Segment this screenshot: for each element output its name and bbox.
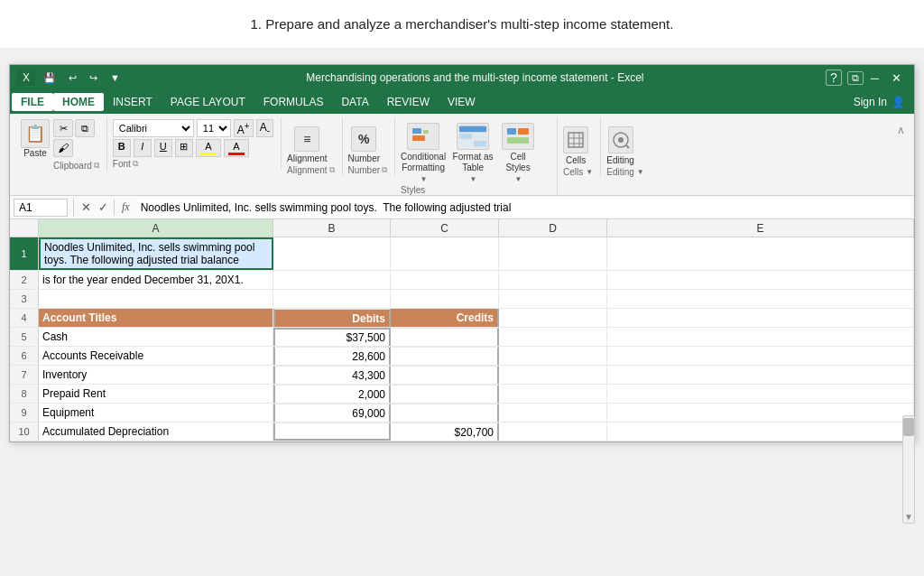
menu-insert[interactable]: INSERT (104, 93, 162, 111)
cell-c10[interactable]: $20,700 (391, 423, 499, 441)
minimize-button[interactable]: ─ (865, 71, 884, 85)
font-name-selector[interactable]: Calibri (113, 119, 194, 137)
sign-in[interactable]: Sign In 👤 (854, 96, 914, 108)
cell-c5[interactable] (391, 328, 499, 346)
col-header-e[interactable]: E (607, 219, 914, 237)
cell-a6[interactable]: Accounts Receivable (39, 347, 273, 365)
copy-button[interactable]: ⧉ (75, 119, 95, 137)
number-button[interactable]: % Number (348, 126, 381, 163)
cell-b3[interactable] (273, 290, 391, 308)
cell-d9[interactable] (499, 404, 607, 422)
formula-input[interactable] (137, 199, 910, 217)
cell-b1[interactable] (273, 237, 391, 270)
cell-reference-box[interactable]: A1 (14, 199, 68, 217)
menu-review[interactable]: REVIEW (378, 93, 439, 111)
cancel-formula-icon[interactable]: ✕ (79, 200, 93, 214)
menu-view[interactable]: VIEW (439, 93, 485, 111)
font-grow-button[interactable]: A+ (234, 119, 254, 137)
cell-a10[interactable]: Accumulated Depreciation (39, 423, 273, 441)
redo-icon[interactable]: ↪ (85, 72, 102, 84)
col-header-d[interactable]: D (499, 219, 607, 237)
font-color-button[interactable]: A (224, 139, 249, 157)
cell-c7[interactable] (391, 366, 499, 384)
fill-color-button[interactable]: A (196, 139, 221, 157)
cell-d8[interactable] (499, 385, 607, 403)
font-shrink-button[interactable]: A- (256, 119, 273, 137)
scroll-down-arrow[interactable]: ▼ (903, 510, 914, 523)
format-as-table-button[interactable]: Format asTable ▼ (451, 123, 494, 183)
conditional-formatting-button[interactable]: ConditionalFormatting ▼ (401, 123, 446, 183)
cell-e8[interactable] (607, 385, 914, 403)
cell-styles-button[interactable]: CellStyles ▼ (500, 123, 536, 183)
menu-page-layout[interactable]: PAGE LAYOUT (162, 93, 254, 111)
borders-button[interactable]: ⊞ (175, 139, 193, 157)
cell-a2[interactable]: is for the year ended December 31, 20X1. (39, 271, 273, 289)
save-icon[interactable]: 💾 (39, 72, 60, 84)
bold-button[interactable]: B (113, 139, 131, 157)
cell-e7[interactable] (607, 366, 914, 384)
cell-b2[interactable] (273, 271, 391, 289)
cell-a8[interactable]: Prepaid Rent (39, 385, 273, 403)
number-expand-icon[interactable]: ⧉ (382, 165, 387, 175)
cell-b10[interactable] (273, 423, 391, 441)
cell-c6[interactable] (391, 347, 499, 365)
cell-c8[interactable] (391, 385, 499, 403)
cut-button[interactable]: ✂ (53, 119, 73, 137)
cell-c4[interactable]: Credits (391, 309, 499, 327)
customize-icon[interactable]: ▼ (106, 72, 125, 83)
font-expand-icon[interactable]: ⧉ (133, 159, 138, 169)
restore-button[interactable]: ⧉ (847, 71, 864, 85)
confirm-formula-icon[interactable]: ✓ (97, 200, 110, 214)
clipboard-expand-icon[interactable]: ⧉ (94, 161, 99, 171)
cell-e5[interactable] (607, 328, 914, 346)
cell-a1[interactable]: Noodles Unlimited, Inc. sells swimming p… (39, 237, 273, 270)
font-size-selector[interactable]: 11 (197, 119, 231, 137)
cell-d4[interactable] (499, 309, 607, 327)
cell-a3[interactable] (39, 290, 273, 308)
underline-button[interactable]: U (154, 139, 172, 157)
cell-c2[interactable] (391, 271, 499, 289)
alignment-button[interactable]: ≡ Alignment (287, 126, 327, 163)
cell-d5[interactable] (499, 328, 607, 346)
cell-c3[interactable] (391, 290, 499, 308)
cell-e6[interactable] (607, 347, 914, 365)
cell-b9[interactable]: 69,000 (273, 404, 391, 422)
cell-e3[interactable] (607, 290, 914, 308)
italic-button[interactable]: I (134, 139, 152, 157)
cell-e10[interactable] (607, 423, 914, 441)
cell-e2[interactable] (607, 271, 914, 289)
cell-e9[interactable] (607, 404, 914, 422)
menu-home[interactable]: HOME (53, 93, 104, 111)
cell-d1[interactable] (499, 237, 607, 270)
cell-d10[interactable] (499, 423, 607, 441)
undo-icon[interactable]: ↩ (64, 72, 81, 84)
cell-a5[interactable]: Cash (39, 328, 273, 346)
cells-button[interactable]: Cells (563, 126, 588, 165)
cell-b8[interactable]: 2,000 (273, 385, 391, 403)
cell-c9[interactable] (391, 404, 499, 422)
cell-a9[interactable]: Equipment (39, 404, 273, 422)
collapse-ribbon-button[interactable]: ∧ (893, 124, 909, 136)
alignment-expand-icon[interactable]: ⧉ (329, 165, 335, 175)
cell-a7[interactable]: Inventory (39, 366, 273, 384)
cell-e1[interactable] (607, 237, 914, 270)
col-header-a[interactable]: A (39, 219, 273, 237)
cell-b6[interactable]: 28,600 (273, 347, 391, 365)
scrollbar-vertical[interactable]: ▼ (902, 415, 915, 524)
cell-b4[interactable]: Debits (273, 309, 391, 327)
scrollbar-thumb[interactable] (903, 418, 914, 436)
editing-button[interactable]: Editing (606, 126, 634, 165)
cell-d7[interactable] (499, 366, 607, 384)
excel-logo[interactable]: X (17, 70, 35, 86)
help-button[interactable]: ? (826, 70, 842, 86)
cell-d3[interactable] (499, 290, 607, 308)
col-header-c[interactable]: C (391, 219, 499, 237)
cell-a4[interactable]: Account Titles (39, 309, 273, 327)
paste-button[interactable]: 📋 Paste (21, 119, 50, 158)
cell-d2[interactable] (499, 271, 607, 289)
close-button[interactable]: ✕ (886, 71, 907, 85)
menu-data[interactable]: DATA (332, 93, 377, 111)
cell-b5[interactable]: $37,500 (273, 328, 391, 346)
cell-e4[interactable] (607, 309, 914, 327)
cell-d6[interactable] (499, 347, 607, 365)
